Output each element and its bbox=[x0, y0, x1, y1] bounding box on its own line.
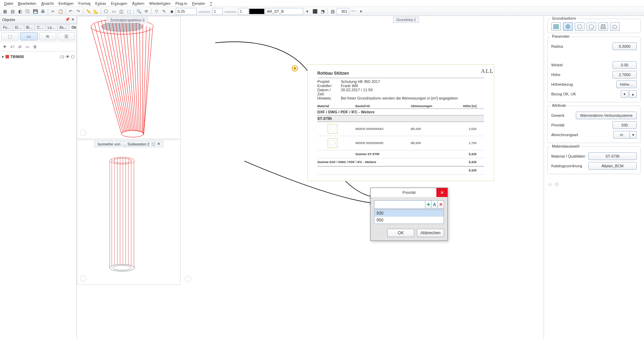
menu-aendern[interactable]: Ändern bbox=[130, 1, 147, 6]
bezug-down-icon[interactable]: ▾ bbox=[621, 90, 628, 98]
radius-value[interactable]: 0.3000 bbox=[613, 43, 637, 50]
katalog-value[interactable]: Allplan_BCM bbox=[588, 162, 637, 170]
add-icon[interactable]: ✚ bbox=[425, 200, 432, 209]
tool-refresh-icon[interactable]: ⟳ bbox=[143, 8, 150, 15]
tool-color-icon[interactable]: ◆ bbox=[168, 8, 175, 15]
tool-redo-icon[interactable]: ↷ bbox=[75, 8, 82, 15]
tool-grid-icon[interactable]: ▦ bbox=[1, 8, 8, 15]
compass-icon[interactable] bbox=[185, 276, 191, 282]
hoehe-value[interactable]: 2.7000 bbox=[613, 71, 637, 78]
font-icon[interactable]: A bbox=[432, 200, 438, 209]
stack-icon[interactable]: ▭ bbox=[24, 44, 30, 50]
tool-layout-icon[interactable]: ▤ bbox=[9, 8, 16, 15]
tab-fu[interactable]: Fu… bbox=[1, 24, 13, 30]
tool-section-icon[interactable]: ▭ bbox=[110, 8, 117, 15]
tool-measure-icon[interactable]: 📏 bbox=[85, 8, 92, 15]
compass-icon[interactable] bbox=[80, 275, 86, 282]
tab-la[interactable]: La… bbox=[45, 24, 57, 30]
gewerk-value[interactable]: Wärmedämm-Verbundsysteme bbox=[576, 112, 637, 119]
panel-pin-icon[interactable]: 📌 bbox=[65, 17, 70, 22]
tool-layers-icon[interactable]: ⬔ bbox=[319, 8, 326, 15]
tab-as[interactable]: As… bbox=[57, 24, 70, 30]
bezug-up-icon[interactable]: ▴ bbox=[629, 90, 637, 98]
tool-hatch-icon[interactable]: ▨ bbox=[329, 8, 336, 15]
close-icon[interactable]: ✕ bbox=[157, 142, 160, 146]
option-950[interactable]: 950 bbox=[374, 217, 444, 224]
tab-ei[interactable]: Ei… bbox=[13, 24, 24, 30]
menu-extras[interactable]: Extras bbox=[93, 1, 108, 6]
tool-copy-icon[interactable]: ⿻ bbox=[24, 8, 31, 15]
shape-hexagon-icon[interactable] bbox=[575, 22, 584, 31]
tool-3d-icon[interactable]: ⬚ bbox=[125, 8, 132, 15]
tool-screen-icon[interactable]: 🖵 bbox=[102, 8, 109, 15]
shape-circle-icon[interactable] bbox=[563, 22, 573, 31]
tool-search-icon[interactable]: 🔍 bbox=[135, 8, 142, 15]
priority-search-input[interactable] bbox=[374, 200, 425, 209]
box-icon[interactable]: ▢ bbox=[71, 54, 74, 59]
tool-dropdown-icon[interactable]: ▾ bbox=[357, 8, 364, 15]
tab-c[interactable]: C… bbox=[35, 24, 45, 30]
abrechnung-dropdown-icon[interactable]: ▾ bbox=[630, 131, 637, 139]
material-value[interactable]: ST-STB\ bbox=[588, 152, 637, 160]
ok-button[interactable]: OK bbox=[387, 229, 414, 237]
menu-datei[interactable]: Datei bbox=[2, 1, 15, 6]
panel-close-icon[interactable]: ✕ bbox=[71, 17, 74, 22]
menu-bearbeiten[interactable]: Bearbeiten bbox=[16, 1, 38, 6]
cancel-button[interactable]: Abbrechen bbox=[417, 229, 444, 237]
view-layers-icon[interactable]: ≋ bbox=[39, 32, 56, 40]
winkel-value[interactable]: 0.00 bbox=[613, 61, 637, 69]
tree-item[interactable]: ▸ TB9805 (3) 👁 ▢ bbox=[2, 54, 74, 59]
tool-pen-icon[interactable]: ✎ bbox=[161, 8, 167, 15]
color-swatch[interactable] bbox=[249, 9, 264, 14]
pen-width-input[interactable] bbox=[176, 8, 197, 15]
view-sheet-icon[interactable]: ▭ bbox=[20, 32, 37, 40]
tool-view-icon[interactable]: ◫ bbox=[118, 8, 125, 15]
menu-erzeugen[interactable]: Erzeugen bbox=[109, 1, 129, 6]
view-list-icon[interactable]: ☰ bbox=[58, 32, 75, 40]
add-icon[interactable]: ✚ bbox=[1, 44, 8, 50]
tool-window-icon[interactable]: ◧ bbox=[17, 8, 24, 15]
shape-pentagon-icon[interactable] bbox=[587, 22, 596, 31]
tool-wave-icon[interactable]: 〰 bbox=[350, 8, 357, 15]
eye-icon[interactable]: 👁 bbox=[66, 55, 70, 59]
dialog-close-button[interactable]: ✕ bbox=[436, 188, 447, 197]
menu-format[interactable]: Format bbox=[76, 1, 92, 6]
menu-help[interactable]: ? bbox=[208, 1, 214, 6]
layer-input[interactable] bbox=[265, 8, 303, 15]
tool-filter-icon[interactable]: ▽ bbox=[153, 8, 160, 15]
compass-icon[interactable] bbox=[80, 130, 86, 136]
tag-icon[interactable]: 🏷 bbox=[9, 44, 15, 50]
viewport-isometric[interactable]: Isometrie von …, Südwesten:2 ▢ ✕ bbox=[77, 140, 181, 285]
menu-wiederholen[interactable]: Wiederholen bbox=[147, 1, 173, 6]
tool-undo-icon[interactable]: ↶ bbox=[67, 8, 74, 15]
shape-trapezoid-icon[interactable] bbox=[598, 22, 608, 31]
color-input[interactable] bbox=[238, 8, 248, 15]
viewport-perspective[interactable]: Zentralperspektive:3 bbox=[77, 16, 181, 139]
favorite-add-icon[interactable]: ✩ bbox=[554, 181, 559, 188]
trash-icon[interactable]: 🗑 bbox=[32, 44, 38, 50]
hoehe-button[interactable]: Höhe… bbox=[616, 81, 637, 88]
tool-save-icon[interactable]: 💾 bbox=[32, 8, 39, 15]
maximize-icon[interactable]: ▢ bbox=[152, 142, 155, 146]
tool-measure2-icon[interactable]: 📐 bbox=[92, 8, 99, 15]
option-930[interactable]: 930 bbox=[374, 210, 444, 217]
delete-icon[interactable]: ✕ bbox=[438, 200, 444, 209]
tool-paste-icon[interactable]: 📋 bbox=[57, 8, 64, 15]
shape-freeform-icon[interactable] bbox=[610, 22, 620, 31]
menu-einfuegen[interactable]: Einfügen bbox=[56, 1, 75, 6]
expand-icon[interactable]: ▸ bbox=[2, 54, 4, 59]
tab-bi[interactable]: Bi… bbox=[24, 24, 35, 30]
line-type-input[interactable] bbox=[212, 8, 223, 15]
swap-icon[interactable]: ⇄ bbox=[17, 44, 23, 50]
shape-rect-icon[interactable] bbox=[551, 22, 561, 31]
layer-dropdown-icon[interactable]: ▾ bbox=[304, 8, 311, 15]
view-3d-icon[interactable]: ⬚ bbox=[1, 32, 19, 40]
tool-cut-icon[interactable]: ✂ bbox=[49, 8, 56, 15]
menu-plugin[interactable]: Plug-in bbox=[173, 1, 189, 6]
tool-box-icon[interactable]: ⬛ bbox=[311, 8, 318, 15]
abrechnung-value[interactable]: m bbox=[613, 131, 630, 139]
tool-print-icon[interactable]: 🖶 bbox=[39, 8, 46, 15]
priority-input[interactable] bbox=[337, 8, 349, 15]
prioritaet-value[interactable]: 930 bbox=[613, 121, 637, 129]
favorite-icon[interactable]: ☆ bbox=[547, 181, 552, 188]
